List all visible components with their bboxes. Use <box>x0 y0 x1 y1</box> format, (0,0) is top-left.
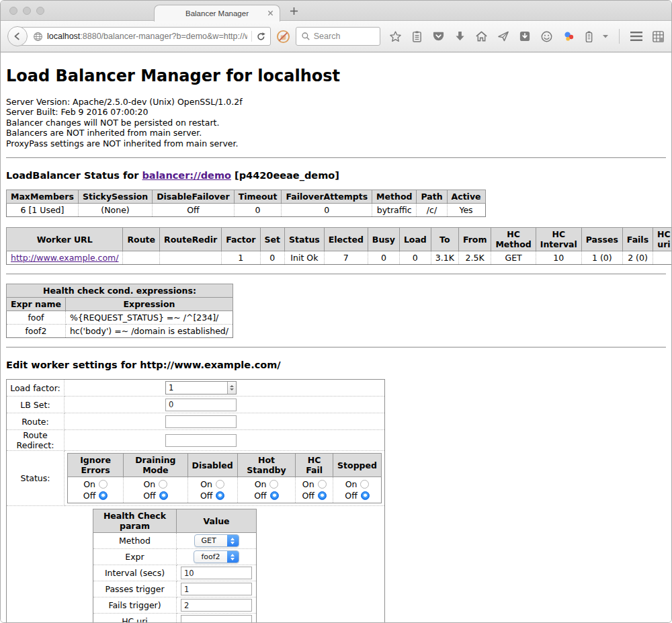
col-header: HC Method <box>491 228 536 251</box>
field-label: Status: <box>7 451 65 506</box>
cell: 0 <box>234 204 282 217</box>
route-redirect-input[interactable] <box>165 434 237 447</box>
expr-select-value: foof2 <box>194 551 226 563</box>
hc-fail-on-radio[interactable] <box>318 480 327 489</box>
cell <box>123 251 160 265</box>
fails-input[interactable] <box>181 599 252 612</box>
cell: 1 <box>222 251 260 265</box>
pocket-icon[interactable] <box>432 30 445 42</box>
search-input[interactable] <box>314 32 375 41</box>
col-header: Timeout <box>234 190 282 204</box>
worker-url-link[interactable]: http://www.example.com/ <box>11 253 118 263</box>
col-header: Status <box>285 228 325 251</box>
cell: 0 <box>282 204 372 217</box>
chat-smiley-icon[interactable] <box>540 30 553 43</box>
toolbar-separator <box>619 29 620 44</box>
server-info: Server Version: Apache/2.5.0-dev (Unix) … <box>6 97 666 149</box>
menu-icon[interactable] <box>630 32 642 41</box>
ignore-errors-on-radio[interactable] <box>99 480 108 489</box>
param-label: Fails trigger) <box>93 597 177 614</box>
minimize-window-button[interactable] <box>23 7 31 15</box>
download-icon[interactable] <box>454 30 466 42</box>
expr-name-cell: foof <box>7 311 66 325</box>
radio-label-on: On <box>200 479 212 490</box>
col-header: Method <box>372 190 417 204</box>
disabled-on-radio[interactable] <box>216 480 224 489</box>
titlebar: Balancer Manager <box>1 1 671 21</box>
table-row: foof2 hc('body') =~ /domain is establish… <box>7 325 233 338</box>
stopped-on-radio[interactable] <box>360 480 369 489</box>
note-line: Balancers are NOT inherited from main se… <box>6 128 666 138</box>
field-label: Route Redirect: <box>7 430 65 451</box>
draining-mode-on-radio[interactable] <box>159 480 167 489</box>
worker-row: http://www.example.com/ 1 0 Init Ok 7 0 … <box>7 251 672 265</box>
draining-mode-off-radio[interactable] <box>159 491 168 500</box>
hc-passes-row: Passes trigger <box>93 581 257 597</box>
close-window-button[interactable] <box>9 7 17 15</box>
cell <box>653 251 671 265</box>
number-spinner-icon[interactable] <box>227 382 236 394</box>
clipboard-icon[interactable] <box>411 30 423 43</box>
hc-method-row: Method GET <box>93 533 257 549</box>
col-header: Hot Standby <box>237 454 296 477</box>
send-tab-icon[interactable] <box>497 30 509 42</box>
interval-input[interactable] <box>181 567 252 579</box>
form-row-route-redirect: Route Redirect: <box>7 430 385 451</box>
cell: bytraffic <box>372 204 417 217</box>
radio-label-off: Off <box>200 490 212 501</box>
zoom-window-button[interactable] <box>36 7 44 15</box>
expr-select[interactable]: foof2 <box>194 550 239 563</box>
table-title-row: Health check cond. expressions: <box>7 284 233 298</box>
cell: 1 (0) <box>581 251 622 265</box>
col-header: Load <box>399 228 431 251</box>
passes-input[interactable] <box>181 583 252 595</box>
divider <box>6 157 666 159</box>
table-row: foof %{REQUEST_STATUS} =~ /^[234]/ <box>7 311 233 325</box>
cell: Off <box>153 204 234 217</box>
url-bar[interactable]: localhost:8880/balancer-manager?b=demo&w… <box>17 27 271 46</box>
form-row-load-factor: Load factor: <box>7 380 385 397</box>
col-header: Factor <box>222 228 260 251</box>
lb-set-input[interactable] <box>165 399 237 411</box>
bookmark-star-icon[interactable] <box>389 30 402 43</box>
balancer-status-heading: LoadBalancer Status for balancer://demo … <box>6 170 666 181</box>
col-header: Busy <box>368 228 399 251</box>
grid-panel-icon[interactable] <box>652 30 665 43</box>
col-header: Passes <box>581 228 622 251</box>
browser-tab[interactable]: Balancer Manager <box>154 5 280 22</box>
method-select[interactable]: GET <box>194 534 239 547</box>
cell: 3.1K <box>431 251 458 265</box>
reload-icon[interactable] <box>256 32 266 42</box>
disabled-off-radio[interactable] <box>216 491 224 500</box>
col-header: Stopped <box>333 454 382 477</box>
back-button[interactable] <box>7 26 28 46</box>
cell: (None) <box>78 204 152 217</box>
table-header-row: Health Check param Value <box>93 509 257 533</box>
hc-fail-off-radio[interactable] <box>318 491 327 500</box>
new-tab-button[interactable] <box>290 7 298 15</box>
content-blocker-icon[interactable] <box>276 30 290 44</box>
home-icon[interactable] <box>475 30 488 42</box>
table-header-row: Expr name Expression <box>7 298 233 311</box>
hot-standby-off-radio[interactable] <box>270 491 279 500</box>
stopped-off-radio[interactable] <box>361 491 370 500</box>
col-header: Ignore Errors <box>68 454 124 477</box>
panel-download-icon[interactable] <box>519 30 531 42</box>
hc-uri-input[interactable] <box>181 615 252 623</box>
search-bar[interactable] <box>296 27 380 46</box>
load-factor-stepper[interactable] <box>165 381 237 394</box>
cell: 6 [1 Used] <box>7 204 79 217</box>
edit-worker-heading: Edit worker settings for http://www.exam… <box>6 360 666 370</box>
cell: /c/ <box>417 204 447 217</box>
load-factor-input[interactable] <box>166 382 227 394</box>
ignore-errors-off-radio[interactable] <box>99 491 108 500</box>
tab-close-icon[interactable] <box>267 10 274 16</box>
hot-standby-on-radio[interactable] <box>269 480 278 489</box>
cell <box>160 251 222 265</box>
route-input[interactable] <box>165 415 237 428</box>
colored-dots-icon[interactable] <box>562 30 575 43</box>
caret-down-icon[interactable] <box>603 34 608 38</box>
balancer-link[interactable]: balancer://demo <box>142 170 231 181</box>
col-header: From <box>458 228 491 251</box>
battery-icon[interactable] <box>585 30 593 43</box>
